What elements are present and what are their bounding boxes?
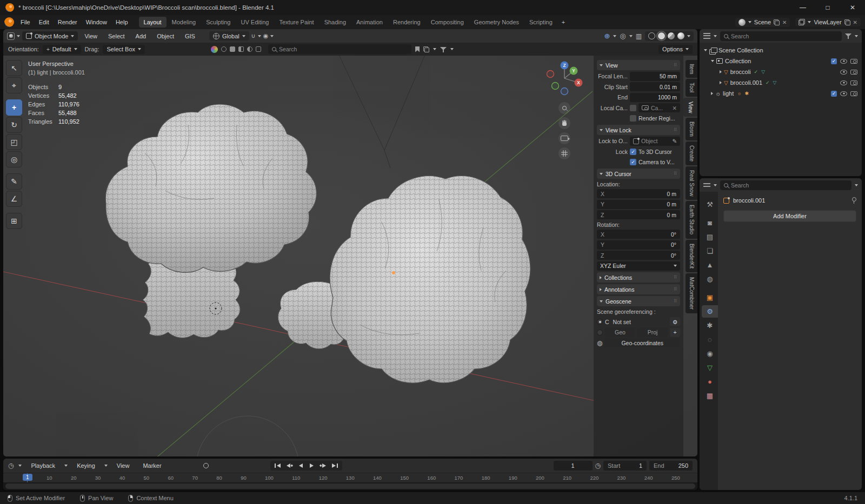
lock-to-object-field[interactable]: Object✎	[630, 137, 680, 146]
play-button[interactable]	[307, 462, 317, 469]
vp-menu-object[interactable]: Object	[152, 31, 178, 41]
play-reverse-button[interactable]	[296, 462, 305, 469]
measure-tool[interactable]: ∠	[6, 191, 22, 207]
workspace-tab-sculpting[interactable]: Sculpting	[201, 17, 235, 28]
hide-in-viewport-icon[interactable]	[840, 91, 847, 96]
to-3d-cursor-checkbox[interactable]: ✓	[630, 149, 636, 155]
jump-to-end-button[interactable]	[330, 462, 340, 469]
blender-menu-icon[interactable]	[4, 17, 14, 27]
render-region-checkbox[interactable]	[630, 115, 636, 122]
eyedropper-icon[interactable]: ✎	[672, 138, 677, 144]
tab-render[interactable]: ◙	[702, 217, 718, 229]
drag-mode-dropdown[interactable]: Select Box	[103, 45, 145, 54]
tab-output[interactable]: ▤	[702, 231, 718, 243]
next-keyframe-button[interactable]	[318, 462, 328, 469]
expand-icon[interactable]	[720, 70, 722, 73]
tab-tool[interactable]: ⚒	[702, 198, 718, 211]
row-collection[interactable]: Collection ✓	[702, 56, 859, 66]
outliner-editor-icon[interactable]	[703, 33, 710, 39]
pan-button[interactable]	[558, 117, 570, 129]
toggle-perspective-button[interactable]	[558, 147, 570, 159]
tab-item[interactable]: Item	[686, 60, 697, 78]
cursor-location-x[interactable]: X0 m	[597, 189, 680, 198]
move-tool[interactable]: +	[6, 99, 22, 116]
hide-in-viewport-icon[interactable]	[840, 80, 847, 85]
vp-menu-add[interactable]: Add	[131, 31, 151, 41]
use-preview-range-icon[interactable]: ◷	[595, 462, 601, 469]
auto-keying-icon[interactable]	[203, 463, 209, 468]
mode-dropdown[interactable]: Object Mode	[22, 31, 78, 41]
outliner-search-input[interactable]	[731, 33, 838, 39]
cursor-rotation-y[interactable]: Y0°	[597, 240, 680, 250]
menu-file[interactable]: File	[16, 17, 35, 27]
xray-toggle-icon[interactable]: ▥	[636, 32, 642, 40]
zoom-button[interactable]	[558, 102, 570, 114]
chevron-down-icon[interactable]	[855, 184, 858, 186]
row-broccoli[interactable]: ▽ broccoli ✓ ▽	[702, 66, 859, 77]
hide-in-viewport-icon[interactable]	[840, 70, 847, 75]
clip-start-field[interactable]: 0.01 m	[630, 82, 680, 91]
annotate-tool[interactable]: ✎	[6, 173, 22, 190]
chevron-down-icon[interactable]	[687, 35, 690, 37]
properties-editor-icon[interactable]	[703, 182, 710, 188]
jump-to-start-button[interactable]	[273, 462, 283, 469]
minimize-button[interactable]: —	[790, 0, 815, 15]
row-light[interactable]: ☼ light ☼ ✱ ✓	[702, 88, 859, 99]
menu-help[interactable]: Help	[111, 17, 132, 27]
timeline-ruler[interactable]: 1 10203040506070809010011012013014015016…	[3, 473, 697, 482]
viewlayer-selector[interactable]: ViewLayer ✕	[795, 18, 861, 26]
viewport-search[interactable]	[268, 44, 411, 54]
tab-create[interactable]: Create	[686, 142, 697, 165]
timeline-scrollbar[interactable]	[3, 482, 697, 490]
scale-tool[interactable]: ◰	[6, 134, 22, 150]
gizmo-z-neg[interactable]	[561, 88, 568, 95]
outliner-search[interactable]	[720, 31, 842, 41]
cursor-rotation-z[interactable]: Z0°	[597, 251, 680, 260]
new-scene-icon[interactable]	[774, 19, 780, 25]
filter-funnel-icon[interactable]	[845, 33, 851, 39]
section-view-lock[interactable]: View Lock⠿	[597, 125, 680, 135]
scrollbar-thumb[interactable]	[5, 483, 695, 489]
workspace-tab-scripting[interactable]: Scripting	[524, 17, 557, 28]
gizmo-x-neg[interactable]	[547, 71, 554, 78]
chevron-down-icon[interactable]	[613, 35, 616, 37]
tab-view-layer[interactable]: ❏	[702, 245, 718, 257]
maximize-button[interactable]: □	[815, 0, 840, 15]
shading-toggle-icon[interactable]	[230, 46, 235, 52]
section-geoscene[interactable]: Geoscene⠿	[597, 296, 680, 306]
tab-particles[interactable]: ✱	[702, 319, 718, 332]
show-gizmo-icon[interactable]: ⊕	[604, 32, 610, 40]
new-viewlayer-icon[interactable]	[844, 19, 850, 25]
timeline-view-menu[interactable]: View	[112, 461, 134, 471]
projection-radio[interactable]	[597, 330, 603, 335]
hide-in-viewport-icon[interactable]	[840, 59, 847, 64]
rotation-mode-dropdown[interactable]: XYZ Euler	[597, 261, 680, 271]
close-button[interactable]: ✕	[840, 0, 865, 15]
tab-real-snow[interactable]: Real Snow	[686, 166, 697, 200]
bookmark-icon[interactable]	[415, 46, 420, 52]
show-overlays-icon[interactable]: ◎	[620, 32, 626, 40]
vp-menu-gis[interactable]: GIS	[181, 31, 199, 41]
copy-layout-icon[interactable]	[423, 46, 429, 52]
disable-in-render-icon[interactable]	[850, 80, 857, 85]
chevron-down-icon[interactable]	[270, 35, 274, 37]
camera-to-view-checkbox[interactable]: ✓	[630, 159, 636, 165]
expand-icon[interactable]	[720, 81, 722, 84]
focal-length-field[interactable]: 50 mm	[630, 72, 680, 81]
workspace-tab-modeling[interactable]: Modeling	[167, 17, 201, 28]
orientation-dropdown[interactable]: Global	[209, 31, 249, 41]
marker-menu[interactable]: Marker	[138, 461, 165, 471]
add-modifier-button[interactable]: Add Modifier	[723, 210, 856, 222]
row-broccoli-001[interactable]: ▽ broccoli.001 ✓ ▽	[702, 77, 859, 88]
menu-edit[interactable]: Edit	[35, 17, 54, 27]
disable-in-render-icon[interactable]	[850, 59, 857, 64]
transform-tool[interactable]: ◎	[6, 151, 22, 167]
exclude-checkbox[interactable]: ✓	[831, 58, 837, 64]
local-camera-field[interactable]: Ca...✕	[638, 103, 680, 112]
tab-world[interactable]: ◍	[702, 273, 718, 285]
transform-orientation-dropdown[interactable]: + Default	[43, 45, 81, 54]
workspace-tab-uv-editing[interactable]: UV Editing	[236, 17, 274, 28]
workspace-tab-layout[interactable]: Layout	[139, 17, 167, 28]
camera-object-wireframe[interactable]	[334, 56, 429, 168]
remove-viewlayer-icon[interactable]: ✕	[853, 19, 857, 25]
